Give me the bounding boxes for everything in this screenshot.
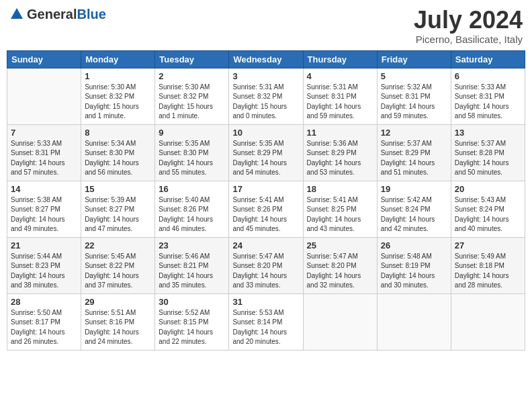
logo-blue: Blue — [77, 7, 105, 21]
logo-text: GeneralBlue — [27, 7, 106, 21]
day-number: 27 — [455, 240, 521, 250]
calendar-cell: 12Sunrise: 5:37 AMSunset: 8:29 PMDayligh… — [377, 124, 451, 181]
day-header-saturday: Saturday — [451, 50, 525, 68]
day-info: Sunrise: 5:41 AMSunset: 8:25 PMDaylight:… — [307, 195, 373, 234]
day-number: 20 — [455, 184, 521, 194]
day-info: Sunrise: 5:37 AMSunset: 8:28 PMDaylight:… — [455, 139, 521, 178]
logo: GeneralBlue — [9, 7, 106, 21]
calendar-cell: 15Sunrise: 5:39 AMSunset: 8:27 PMDayligh… — [81, 181, 155, 237]
day-number: 12 — [381, 128, 447, 138]
calendar-week-row: 28Sunrise: 5:50 AMSunset: 8:17 PMDayligh… — [7, 293, 525, 350]
day-number: 21 — [11, 240, 77, 250]
day-info: Sunrise: 5:41 AMSunset: 8:26 PMDaylight:… — [232, 195, 299, 234]
logo-icon — [9, 7, 24, 21]
day-number: 8 — [85, 128, 151, 138]
day-info: Sunrise: 5:38 AMSunset: 8:27 PMDaylight:… — [11, 195, 77, 234]
day-info: Sunrise: 5:36 AMSunset: 8:29 PMDaylight:… — [307, 139, 373, 178]
calendar-cell — [303, 293, 377, 350]
calendar-week-row: 1Sunrise: 5:30 AMSunset: 8:32 PMDaylight… — [7, 68, 525, 124]
day-info: Sunrise: 5:45 AMSunset: 8:22 PMDaylight:… — [85, 252, 151, 291]
calendar-cell: 9Sunrise: 5:35 AMSunset: 8:30 PMDaylight… — [155, 124, 229, 181]
day-info: Sunrise: 5:51 AMSunset: 8:16 PMDaylight:… — [85, 308, 151, 347]
calendar-cell — [451, 293, 525, 350]
day-info: Sunrise: 5:43 AMSunset: 8:24 PMDaylight:… — [455, 195, 521, 234]
calendar-cell: 29Sunrise: 5:51 AMSunset: 8:16 PMDayligh… — [81, 293, 155, 350]
day-header-tuesday: Tuesday — [155, 50, 229, 68]
day-info: Sunrise: 5:35 AMSunset: 8:29 PMDaylight:… — [232, 139, 299, 178]
month-title: July 2024 — [414, 7, 523, 34]
logo-general: General — [27, 7, 77, 21]
day-info: Sunrise: 5:46 AMSunset: 8:21 PMDaylight:… — [159, 252, 225, 291]
calendar-cell: 18Sunrise: 5:41 AMSunset: 8:25 PMDayligh… — [303, 181, 377, 237]
day-number: 31 — [232, 297, 299, 307]
day-info: Sunrise: 5:47 AMSunset: 8:20 PMDaylight:… — [232, 252, 299, 291]
day-info: Sunrise: 5:47 AMSunset: 8:20 PMDaylight:… — [307, 252, 373, 291]
calendar-cell: 22Sunrise: 5:45 AMSunset: 8:22 PMDayligh… — [81, 237, 155, 293]
day-number: 28 — [11, 297, 77, 307]
calendar-cell: 7Sunrise: 5:33 AMSunset: 8:31 PMDaylight… — [7, 124, 81, 181]
calendar-cell: 25Sunrise: 5:47 AMSunset: 8:20 PMDayligh… — [303, 237, 377, 293]
calendar-cell: 19Sunrise: 5:42 AMSunset: 8:24 PMDayligh… — [377, 181, 451, 237]
day-header-wednesday: Wednesday — [229, 50, 303, 68]
day-info: Sunrise: 5:33 AMSunset: 8:31 PMDaylight:… — [455, 83, 521, 122]
calendar-header-row: SundayMondayTuesdayWednesdayThursdayFrid… — [7, 50, 525, 68]
day-header-sunday: Sunday — [7, 50, 81, 68]
day-info: Sunrise: 5:49 AMSunset: 8:18 PMDaylight:… — [455, 252, 521, 291]
calendar-cell — [7, 68, 81, 124]
calendar-cell: 27Sunrise: 5:49 AMSunset: 8:18 PMDayligh… — [451, 237, 525, 293]
day-number: 23 — [159, 240, 225, 250]
day-info: Sunrise: 5:33 AMSunset: 8:31 PMDaylight:… — [11, 139, 77, 178]
day-info: Sunrise: 5:52 AMSunset: 8:15 PMDaylight:… — [159, 308, 225, 347]
day-number: 2 — [159, 71, 225, 81]
calendar-week-row: 14Sunrise: 5:38 AMSunset: 8:27 PMDayligh… — [7, 181, 525, 237]
calendar-cell: 14Sunrise: 5:38 AMSunset: 8:27 PMDayligh… — [7, 181, 81, 237]
day-info: Sunrise: 5:30 AMSunset: 8:32 PMDaylight:… — [159, 83, 225, 122]
day-header-friday: Friday — [377, 50, 451, 68]
day-number: 3 — [232, 71, 299, 81]
title-section: July 2024 Picerno, Basilicate, Italy — [414, 7, 523, 45]
day-number: 6 — [455, 71, 521, 81]
day-number: 7 — [11, 128, 77, 138]
day-header-monday: Monday — [81, 50, 155, 68]
day-info: Sunrise: 5:37 AMSunset: 8:29 PMDaylight:… — [381, 139, 447, 178]
calendar-cell: 26Sunrise: 5:48 AMSunset: 8:19 PMDayligh… — [377, 237, 451, 293]
day-number: 10 — [232, 128, 299, 138]
svg-marker-0 — [11, 8, 23, 19]
day-info: Sunrise: 5:34 AMSunset: 8:30 PMDaylight:… — [85, 139, 151, 178]
day-number: 5 — [381, 71, 447, 81]
day-number: 9 — [159, 128, 225, 138]
day-info: Sunrise: 5:50 AMSunset: 8:17 PMDaylight:… — [11, 308, 77, 347]
day-number: 18 — [307, 184, 373, 194]
calendar-cell: 31Sunrise: 5:53 AMSunset: 8:14 PMDayligh… — [229, 293, 303, 350]
calendar-cell: 8Sunrise: 5:34 AMSunset: 8:30 PMDaylight… — [81, 124, 155, 181]
day-number: 13 — [455, 128, 521, 138]
day-info: Sunrise: 5:31 AMSunset: 8:31 PMDaylight:… — [307, 83, 373, 122]
day-number: 14 — [11, 184, 77, 194]
calendar-week-row: 7Sunrise: 5:33 AMSunset: 8:31 PMDaylight… — [7, 124, 525, 181]
day-info: Sunrise: 5:35 AMSunset: 8:30 PMDaylight:… — [159, 139, 225, 178]
day-info: Sunrise: 5:48 AMSunset: 8:19 PMDaylight:… — [381, 252, 447, 291]
day-number: 1 — [85, 71, 151, 81]
day-number: 11 — [307, 128, 373, 138]
calendar-cell — [377, 293, 451, 350]
day-number: 4 — [307, 71, 373, 81]
day-number: 17 — [232, 184, 299, 194]
day-number: 29 — [85, 297, 151, 307]
calendar-cell: 1Sunrise: 5:30 AMSunset: 8:32 PMDaylight… — [81, 68, 155, 124]
calendar-cell: 16Sunrise: 5:40 AMSunset: 8:26 PMDayligh… — [155, 181, 229, 237]
day-number: 24 — [232, 240, 299, 250]
calendar-cell: 30Sunrise: 5:52 AMSunset: 8:15 PMDayligh… — [155, 293, 229, 350]
day-number: 16 — [159, 184, 225, 194]
day-info: Sunrise: 5:30 AMSunset: 8:32 PMDaylight:… — [85, 83, 151, 122]
day-info: Sunrise: 5:31 AMSunset: 8:32 PMDaylight:… — [232, 83, 299, 122]
day-number: 15 — [85, 184, 151, 194]
day-info: Sunrise: 5:39 AMSunset: 8:27 PMDaylight:… — [85, 195, 151, 234]
day-number: 22 — [85, 240, 151, 250]
calendar-cell: 3Sunrise: 5:31 AMSunset: 8:32 PMDaylight… — [229, 68, 303, 124]
day-number: 25 — [307, 240, 373, 250]
day-info: Sunrise: 5:40 AMSunset: 8:26 PMDaylight:… — [159, 195, 225, 234]
calendar-cell: 4Sunrise: 5:31 AMSunset: 8:31 PMDaylight… — [303, 68, 377, 124]
calendar-cell: 11Sunrise: 5:36 AMSunset: 8:29 PMDayligh… — [303, 124, 377, 181]
calendar-cell: 5Sunrise: 5:32 AMSunset: 8:31 PMDaylight… — [377, 68, 451, 124]
day-info: Sunrise: 5:32 AMSunset: 8:31 PMDaylight:… — [381, 83, 447, 122]
